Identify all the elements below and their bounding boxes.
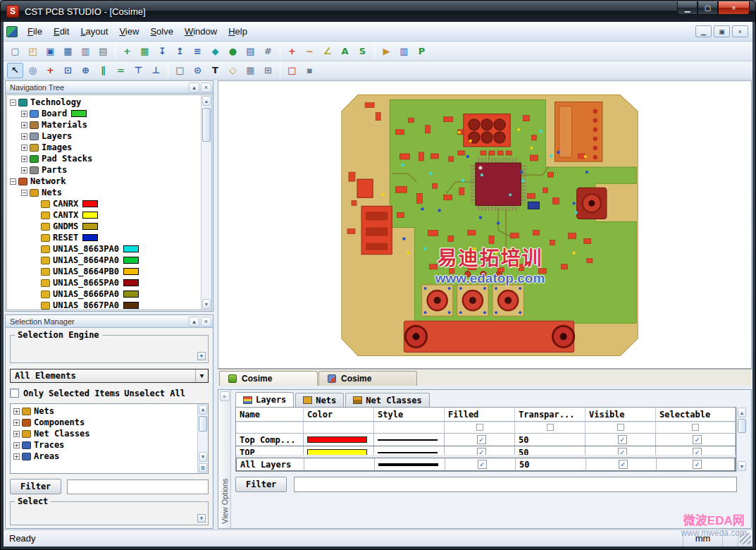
tree-item-traces[interactable]: +Traces bbox=[11, 439, 197, 451]
tree-item-un1as-8664pa0[interactable]: UN1AS_8664PA0 bbox=[7, 255, 201, 266]
filter-box[interactable] bbox=[547, 424, 554, 431]
pin-panel-button[interactable]: ▴ bbox=[189, 317, 199, 326]
close-button[interactable]: × bbox=[718, 1, 750, 15]
expand-icon[interactable]: + bbox=[21, 145, 27, 151]
menu-layout[interactable]: Layout bbox=[75, 24, 113, 39]
checkbox-checked[interactable]: ✓ bbox=[619, 460, 628, 469]
distribute-horizontal-button[interactable]: ∥ bbox=[95, 63, 111, 78]
menu-solve[interactable]: Solve bbox=[144, 24, 179, 39]
tree-item-pad-stacks[interactable]: +Pad Stacks bbox=[7, 153, 201, 164]
canvas-tab-1[interactable]: Cosime bbox=[219, 371, 318, 386]
globe-view-button[interactable]: ● bbox=[225, 44, 241, 59]
select-tool-button[interactable]: ↖ bbox=[7, 63, 23, 78]
filter-cell-transpar[interactable] bbox=[515, 422, 585, 433]
scrollbar-thumb[interactable] bbox=[738, 419, 746, 433]
expand-icon[interactable]: + bbox=[13, 431, 20, 437]
menu-view[interactable]: View bbox=[113, 24, 144, 39]
import-data-button[interactable]: ↧ bbox=[154, 44, 171, 59]
scrollbar-thumb[interactable] bbox=[199, 416, 207, 432]
layer-transparency-cell[interactable]: 50 bbox=[516, 458, 586, 470]
add-part-button[interactable]: + bbox=[284, 44, 300, 59]
filter-cell-visible[interactable] bbox=[585, 422, 656, 433]
layer-color-cell[interactable] bbox=[304, 434, 374, 446]
minimize-button[interactable]: ▁ bbox=[677, 1, 698, 15]
elements-dropdown[interactable]: All Elements ▼ bbox=[10, 369, 209, 383]
layer-filled-cell[interactable]: ✓ bbox=[445, 458, 516, 470]
selection-tree-scrollbar[interactable]: ▲ ▼ ⊞ bbox=[197, 404, 208, 473]
tree-item-cantx[interactable]: CANTX bbox=[7, 209, 201, 221]
checkbox-checked[interactable]: ✓ bbox=[478, 460, 487, 469]
pick-point-button[interactable]: ⊙ bbox=[190, 63, 206, 78]
filter-button[interactable]: Filter bbox=[10, 479, 61, 494]
tree-item-parts[interactable]: +Parts bbox=[7, 164, 201, 176]
move-tool-button[interactable]: + bbox=[42, 63, 58, 78]
layer-color-cell[interactable] bbox=[304, 458, 375, 470]
scrollbar-thumb[interactable] bbox=[202, 108, 211, 142]
chevron-down-icon[interactable]: ▼ bbox=[195, 369, 208, 382]
layer-stackup-button[interactable]: ≡ bbox=[190, 44, 206, 59]
parameters-button[interactable]: P bbox=[414, 44, 430, 59]
filter-cell-color[interactable] bbox=[304, 422, 374, 433]
zoom-extents-button[interactable]: ⊡ bbox=[60, 63, 76, 78]
menu-edit[interactable]: Edit bbox=[48, 24, 75, 39]
tree-item-components[interactable]: +Components bbox=[11, 417, 197, 428]
resize-grip[interactable] bbox=[738, 530, 752, 546]
checkbox-checked[interactable]: ✓ bbox=[618, 448, 627, 455]
layer-visible-cell[interactable]: ✓ bbox=[585, 446, 656, 455]
navigation-tree-scrollbar[interactable]: ▲ ▼ bbox=[201, 95, 211, 310]
save-all-button[interactable]: ▦ bbox=[60, 44, 76, 59]
pcb-canvas[interactable]: 易迪拓培训 www.edatop.com bbox=[218, 80, 752, 369]
tree-item-un1as-8667pa0[interactable]: UN1AS_8667PA0 bbox=[7, 300, 201, 310]
close-panel-button[interactable]: × bbox=[201, 317, 211, 326]
all-layers-row[interactable]: All Layers✓50✓✓ bbox=[236, 458, 736, 471]
expand-icon[interactable]: + bbox=[21, 111, 27, 117]
align-bottom-button[interactable]: ⊥ bbox=[148, 63, 164, 78]
checkbox-checked[interactable]: ✓ bbox=[693, 448, 702, 455]
filter-cell-style[interactable] bbox=[374, 422, 445, 433]
script-editor-button[interactable]: S bbox=[354, 44, 371, 59]
tree-item-net-classes[interactable]: +Net Classes bbox=[11, 428, 197, 439]
filter-box[interactable] bbox=[692, 424, 699, 431]
snap-settings-button[interactable]: ⊞ bbox=[260, 63, 276, 78]
materials-button[interactable]: ◆ bbox=[207, 44, 223, 59]
new-file-button[interactable]: ▢ bbox=[7, 44, 23, 59]
tree-item-nets[interactable]: −Nets bbox=[7, 187, 201, 198]
open-file-button[interactable]: ◰ bbox=[25, 44, 41, 59]
copy-view-button[interactable]: ▥ bbox=[78, 44, 94, 59]
pan-board-button[interactable]: + bbox=[119, 44, 135, 59]
tree-item-un1as-8665pa0[interactable]: UN1AS_8665PA0 bbox=[7, 277, 201, 288]
layer-transparency-cell[interactable]: 50 bbox=[515, 434, 585, 446]
export-data-button[interactable]: ↥ bbox=[172, 44, 188, 59]
layer-style-cell[interactable] bbox=[374, 446, 445, 455]
pin-panel-button[interactable]: ▴ bbox=[189, 82, 199, 92]
checkbox-checked[interactable]: ✓ bbox=[477, 448, 486, 455]
layer-color-cell[interactable] bbox=[304, 446, 374, 455]
align-top-button[interactable]: ⊤ bbox=[130, 63, 147, 78]
mdi-close-button[interactable]: × bbox=[732, 25, 748, 37]
results-button[interactable]: ▥ bbox=[396, 44, 412, 59]
column-header-filled[interactable]: Filled bbox=[445, 408, 515, 421]
tree-item-areas[interactable]: +Areas bbox=[11, 451, 197, 462]
filter-cell-name[interactable] bbox=[236, 422, 304, 433]
tree-item-nets[interactable]: +Nets bbox=[11, 405, 197, 417]
tree-item-technology[interactable]: −Technology bbox=[7, 97, 201, 108]
filter-cell-selectable[interactable] bbox=[656, 422, 736, 433]
text-tool-button[interactable]: T bbox=[207, 63, 223, 78]
menu-file[interactable]: File bbox=[22, 24, 48, 39]
view-options-strip[interactable]: » View Options bbox=[218, 390, 231, 528]
only-selected-checkbox[interactable] bbox=[10, 389, 19, 398]
area-tool-button[interactable]: □ bbox=[284, 63, 300, 78]
layer-transparency-cell[interactable]: 50 bbox=[515, 446, 585, 455]
tab-layers[interactable]: Layers bbox=[235, 392, 294, 407]
filter-box[interactable] bbox=[617, 424, 624, 431]
tree-item-gndms[interactable]: GNDMS bbox=[7, 221, 201, 232]
table-row-top-comp[interactable]: Top Comp...✓50✓✓ bbox=[236, 434, 736, 446]
layer-style-cell[interactable] bbox=[374, 434, 445, 446]
scroll-up-icon[interactable]: ▲ bbox=[202, 96, 211, 106]
collapse-strip-icon[interactable]: » bbox=[220, 391, 230, 401]
canvas-tab-2[interactable]: Cosime bbox=[318, 371, 417, 386]
unselect-all-button[interactable]: Unselect All bbox=[124, 389, 185, 398]
expand-icon[interactable]: + bbox=[13, 420, 20, 426]
layers-filter-button[interactable]: Filter bbox=[235, 477, 287, 492]
layer-selectable-cell[interactable]: ✓ bbox=[656, 446, 736, 455]
